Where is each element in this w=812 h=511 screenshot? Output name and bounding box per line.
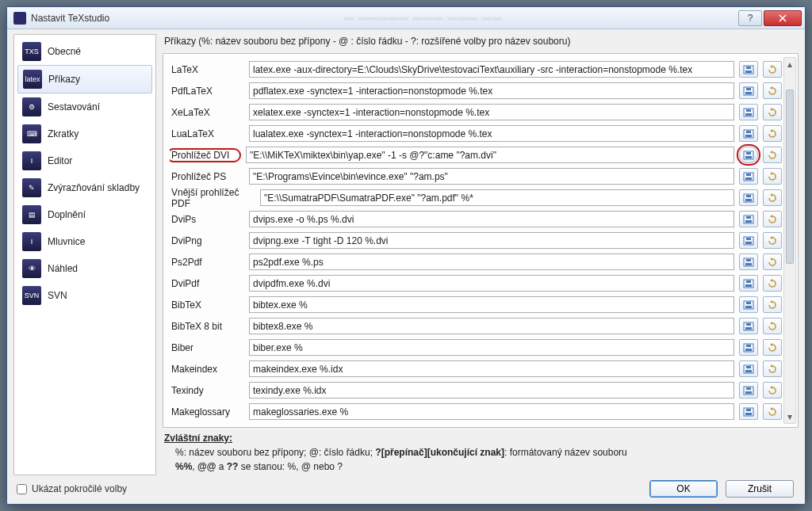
browse-button[interactable] bbox=[739, 61, 758, 78]
svg-rect-29 bbox=[746, 259, 751, 261]
reset-button[interactable] bbox=[763, 318, 782, 334]
reset-button[interactable] bbox=[763, 360, 782, 377]
sidebar-item-8[interactable]: 👁Náhled bbox=[17, 255, 152, 282]
command-label: DviPdf bbox=[170, 278, 244, 289]
browse-button[interactable] bbox=[739, 339, 758, 356]
reset-button[interactable] bbox=[763, 232, 782, 249]
command-row: LuaLaTeX bbox=[170, 123, 782, 144]
browse-button[interactable] bbox=[739, 403, 758, 420]
browse-button[interactable] bbox=[739, 254, 758, 270]
undo-icon bbox=[767, 172, 778, 181]
reset-button[interactable] bbox=[763, 61, 782, 78]
cancel-button[interactable]: Zrušit bbox=[726, 480, 794, 498]
command-input[interactable] bbox=[249, 382, 734, 399]
reset-button[interactable] bbox=[763, 168, 782, 185]
svg-rect-13 bbox=[745, 156, 752, 158]
reset-button[interactable] bbox=[763, 211, 782, 227]
command-input[interactable] bbox=[249, 403, 734, 420]
command-row: Prohlížeč PS bbox=[170, 166, 782, 187]
bottom-bar: Ukázat pokročilé volby OK Zrušit bbox=[13, 475, 799, 498]
svg-rect-8 bbox=[746, 109, 751, 112]
command-label: Prohlížeč DVI bbox=[170, 148, 241, 162]
reset-button[interactable] bbox=[763, 382, 782, 399]
scrollbar[interactable]: ▴ ▾ bbox=[783, 57, 796, 424]
command-input[interactable] bbox=[249, 318, 734, 334]
browse-button[interactable] bbox=[739, 318, 758, 334]
command-input[interactable] bbox=[249, 211, 734, 227]
command-input[interactable] bbox=[249, 125, 734, 142]
browse-button[interactable] bbox=[739, 296, 758, 313]
svg-rect-41 bbox=[746, 345, 751, 347]
reset-button[interactable] bbox=[763, 125, 782, 142]
browse-button[interactable] bbox=[739, 382, 758, 399]
disk-icon bbox=[743, 407, 754, 417]
sidebar-item-1[interactable]: latexPříkazy bbox=[17, 65, 152, 93]
svg-rect-10 bbox=[745, 135, 752, 137]
command-row: BibTeX 8 bit bbox=[170, 315, 782, 337]
scroll-down-icon: ▾ bbox=[784, 410, 795, 423]
advanced-checkbox[interactable]: Ukázat pokročilé volby bbox=[13, 483, 127, 494]
sidebar-item-2[interactable]: ⚙Sestavování bbox=[17, 93, 152, 120]
reset-button[interactable] bbox=[763, 147, 782, 163]
disk-icon bbox=[743, 108, 754, 117]
browse-button[interactable] bbox=[739, 82, 758, 99]
reset-button[interactable] bbox=[763, 339, 782, 356]
advanced-checkbox-input[interactable] bbox=[17, 484, 27, 494]
command-row: LaTeX bbox=[170, 59, 782, 80]
sidebar-icon: TXS bbox=[22, 42, 41, 61]
sidebar-label: Doplnění bbox=[48, 209, 86, 220]
browse-button[interactable] bbox=[739, 232, 758, 249]
svg-rect-40 bbox=[745, 349, 752, 351]
special-line1: %: název souboru bez přípony; @: číslo ř… bbox=[175, 445, 797, 460]
reset-button[interactable] bbox=[763, 189, 782, 206]
sidebar-item-9[interactable]: SVNSVN bbox=[17, 282, 152, 309]
command-label: Vnější prohlížeč PDF bbox=[170, 187, 255, 209]
browse-button[interactable] bbox=[739, 147, 758, 163]
sidebar-item-7[interactable]: IMluvnice bbox=[17, 228, 152, 255]
background-blur-text: — ————— ——— ——— —— bbox=[109, 13, 737, 24]
command-label: DviPng bbox=[170, 235, 244, 246]
undo-icon bbox=[767, 364, 778, 374]
command-input[interactable] bbox=[249, 82, 734, 99]
command-input[interactable] bbox=[249, 168, 734, 185]
svg-rect-26 bbox=[746, 238, 751, 240]
browse-button[interactable] bbox=[739, 211, 758, 227]
command-input[interactable] bbox=[249, 254, 734, 270]
reset-button[interactable] bbox=[763, 296, 782, 313]
browse-button[interactable] bbox=[739, 189, 758, 206]
scroll-thumb[interactable] bbox=[786, 90, 794, 264]
command-input[interactable] bbox=[249, 232, 734, 249]
browse-button[interactable] bbox=[739, 360, 758, 377]
reset-button[interactable] bbox=[763, 403, 782, 420]
sidebar-item-0[interactable]: TXSObecné bbox=[17, 38, 152, 65]
sidebar-item-3[interactable]: ⌨Zkratky bbox=[17, 120, 152, 147]
command-input[interactable] bbox=[246, 147, 734, 163]
sidebar-item-5[interactable]: ✎Zvýrazňování skladby bbox=[17, 174, 152, 201]
command-label: LaTeX bbox=[170, 64, 244, 75]
close-button[interactable] bbox=[764, 10, 802, 26]
command-input[interactable] bbox=[249, 296, 734, 313]
undo-icon bbox=[767, 257, 778, 267]
command-input[interactable] bbox=[249, 104, 734, 120]
sidebar-item-6[interactable]: ▤Doplnění bbox=[17, 201, 152, 228]
reset-button[interactable] bbox=[763, 254, 782, 270]
browse-button[interactable] bbox=[739, 168, 758, 185]
command-input[interactable] bbox=[260, 189, 734, 206]
command-input[interactable] bbox=[249, 360, 734, 377]
command-input[interactable] bbox=[249, 61, 734, 78]
disk-icon bbox=[743, 279, 754, 288]
command-input[interactable] bbox=[249, 275, 734, 292]
help-button[interactable]: ? bbox=[738, 10, 762, 26]
browse-button[interactable] bbox=[739, 275, 758, 292]
command-input[interactable] bbox=[249, 339, 734, 356]
reset-button[interactable] bbox=[763, 82, 782, 99]
ok-button[interactable]: OK bbox=[649, 480, 718, 498]
undo-icon bbox=[767, 215, 778, 224]
reset-button[interactable] bbox=[763, 275, 782, 292]
browse-button[interactable] bbox=[739, 104, 758, 120]
browse-button[interactable] bbox=[739, 125, 758, 142]
command-row: Ps2Pdf bbox=[170, 251, 782, 273]
reset-button[interactable] bbox=[763, 104, 782, 120]
sidebar-item-4[interactable]: IEditor bbox=[17, 147, 152, 174]
svg-rect-19 bbox=[745, 199, 752, 201]
